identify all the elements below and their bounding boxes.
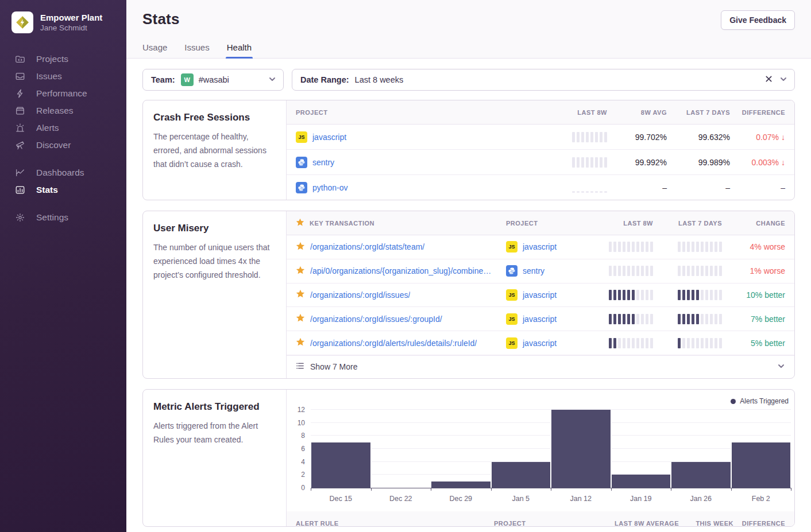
tab-issues[interactable]: Issues	[184, 42, 209, 58]
metric-alerts-chart-column: Alerts Triggered 024681012 Dec 15Dec 22D…	[287, 390, 794, 526]
project-link[interactable]: javascript	[523, 290, 557, 300]
key-transaction-star-icon[interactable]	[296, 313, 305, 324]
transaction-link[interactable]: /organizations/:orgId/alerts/rules/detai…	[310, 339, 477, 348]
sparkline-bar	[646, 290, 648, 300]
sparkline	[572, 182, 607, 193]
alert-rules-table-header: Alert Rule Project Last 8W Average This …	[287, 511, 794, 527]
sparkline-bar	[632, 266, 635, 276]
sidebar-item-projects[interactable]: Projects	[0, 51, 126, 68]
sidebar-item-label: Settings	[36, 212, 68, 223]
team-select[interactable]: Team: W #wasabi	[142, 69, 284, 91]
org-switcher[interactable]: Empower Plant Jane Schmidt	[0, 11, 126, 33]
sidebar-item-dashboards[interactable]: Dashboards	[0, 164, 126, 181]
sparkline-bar	[586, 132, 589, 142]
sparkline-bar	[636, 338, 639, 348]
key-transaction-star-icon[interactable]	[296, 337, 305, 348]
sidebar-item-releases[interactable]: Releases	[0, 102, 126, 119]
sparkline-bar	[604, 191, 607, 193]
chevron-down-icon[interactable]	[777, 362, 785, 372]
sparkline-bar	[715, 290, 717, 300]
table-row: sentry 99.992% 99.989% 0.003%↓	[287, 150, 794, 175]
sparkline-bar	[609, 242, 612, 252]
change-value: 5% better	[730, 339, 794, 348]
sparkline-bar	[701, 338, 704, 348]
sidebar: Empower Plant Jane Schmidt Projects Issu…	[0, 0, 126, 532]
tab-health[interactable]: Health	[227, 42, 252, 58]
key-transaction-star-icon[interactable]	[296, 289, 305, 300]
sparkline-bar	[710, 338, 713, 348]
x-axis-tick	[311, 488, 311, 491]
sparkline-bar	[577, 157, 580, 168]
javascript-platform-icon: JS	[506, 337, 518, 349]
sparkline-bar	[687, 314, 690, 324]
project-link[interactable]: python-ov	[312, 183, 347, 192]
key-transaction-star-icon[interactable]	[296, 266, 305, 277]
project-link[interactable]: javascript	[312, 133, 346, 142]
transaction-link[interactable]: /organizations/:orgId/issues/:groupId/	[310, 314, 442, 324]
sparkline-bar	[572, 191, 575, 193]
sidebar-item-stats[interactable]: Stats	[0, 181, 126, 199]
releases-icon	[15, 106, 25, 116]
sparkline-bar	[581, 132, 584, 142]
sparkline-bar	[623, 266, 625, 276]
sparkline-bar	[636, 242, 639, 252]
sidebar-item-settings[interactable]: Settings	[0, 209, 126, 226]
transaction-link[interactable]: /organizations/:orgId/issues/	[310, 290, 410, 300]
sparkline-bar	[581, 191, 584, 193]
project-link[interactable]: javascript	[523, 339, 557, 348]
table-row: /organizations/:orgId/alerts/rules/detai…	[287, 331, 794, 355]
show-more-row[interactable]: Show 7 More	[287, 355, 794, 378]
project-link[interactable]: javascript	[523, 314, 557, 324]
transaction-link[interactable]: /organizations/:orgId/stats/team/	[310, 242, 424, 251]
project-link[interactable]: sentry	[523, 266, 544, 275]
tab-usage[interactable]: Usage	[142, 42, 167, 58]
tab-bar: Usage Issues Health	[142, 42, 795, 58]
sidebar-item-alerts[interactable]: Alerts	[0, 119, 126, 137]
performance-icon	[15, 88, 25, 99]
sparkline-bar	[682, 266, 685, 276]
column-header-this-week: This Week	[679, 520, 733, 527]
sparkline-bar	[719, 290, 722, 300]
page-content: Team: W #wasabi Date Range: Last 8 weeks	[126, 59, 811, 532]
alerts-triggered-chart: Alerts Triggered 024681012 Dec 15Dec 22D…	[287, 390, 794, 511]
sidebar-item-performance[interactable]: Performance	[0, 85, 126, 102]
sparkline-bar	[710, 314, 713, 324]
sparkline-bar	[590, 157, 593, 168]
date-range-select[interactable]: Date Range: Last 8 weeks	[292, 69, 795, 91]
project-link[interactable]: sentry	[312, 158, 334, 167]
sparkline	[609, 266, 653, 276]
sidebar-item-issues[interactable]: Issues	[0, 68, 126, 85]
sparkline-bar	[701, 314, 704, 324]
sidebar-item-discover[interactable]: Discover	[0, 137, 126, 154]
sidebar-item-label: Issues	[36, 71, 62, 81]
team-avatar: W	[181, 73, 194, 86]
key-transaction-star-icon[interactable]	[296, 242, 305, 253]
sparkline-bar	[692, 314, 694, 324]
chart-legend[interactable]: Alerts Triggered	[731, 397, 789, 405]
sparkline	[678, 242, 722, 252]
star-icon	[296, 218, 304, 228]
transaction-link[interactable]: /api/0/organizations/{organization_slug}…	[310, 266, 491, 275]
give-feedback-button[interactable]: Give Feedback	[721, 10, 795, 30]
crash-free-table: Project Last 8W 8W Avg Last 7 Days Diffe…	[287, 100, 794, 200]
sparkline-bar	[715, 242, 717, 252]
clear-date-icon[interactable]	[765, 75, 773, 84]
metric-alerts-panel: Metric Alerts Triggered Alerts triggered…	[142, 389, 795, 527]
column-header-last7days: Last 7 Days	[661, 220, 730, 227]
team-select-label: Team:	[151, 75, 175, 84]
sparkline-bar	[595, 157, 598, 168]
settings-icon	[15, 212, 25, 223]
metric-alerts-description: Metric Alerts Triggered Alerts triggered…	[143, 390, 287, 526]
sparkline-bar	[646, 314, 648, 324]
sparkline	[609, 290, 653, 300]
discover-icon	[15, 140, 25, 150]
sparkline-bar	[650, 242, 653, 252]
page-header: Stats Give Feedback Usage Issues Health	[126, 0, 811, 59]
change-value: 1% worse	[730, 266, 794, 275]
table-row: /organizations/:orgId/issues/:groupId/ J…	[287, 307, 794, 331]
tab-health-label: Health	[227, 42, 252, 52]
project-link[interactable]: javascript	[523, 242, 557, 251]
sidebar-item-label: Projects	[36, 54, 68, 64]
sparkline-bar	[632, 290, 635, 300]
x-axis-tick	[551, 488, 551, 491]
